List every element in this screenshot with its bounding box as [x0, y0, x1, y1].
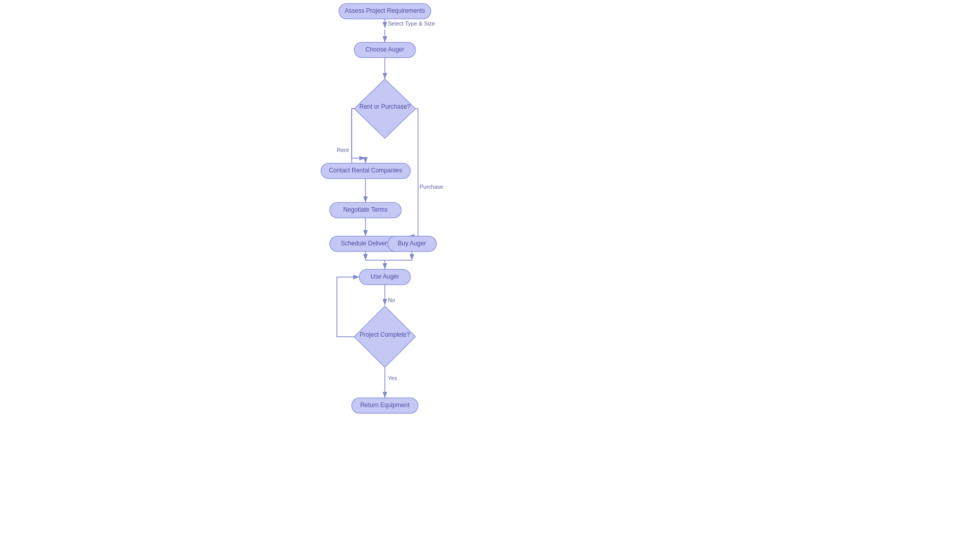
node-contact-rental-label: Contact Rental Companies: [329, 167, 402, 174]
node-use-auger-label: Use Auger: [371, 273, 399, 280]
edge-label-rent: Rent: [337, 147, 349, 153]
edge-label-no: No: [388, 297, 395, 303]
edge-label-purchase: Purchase: [420, 184, 443, 190]
node-schedule-delivery-label: Schedule Delivery: [341, 240, 390, 247]
node-choose-auger-label: Choose Auger: [365, 46, 404, 53]
node-buy-auger-label: Buy Auger: [398, 240, 426, 247]
node-assess-label: Assess Project Requirements: [345, 7, 425, 14]
flowchart-container: Assess Project Requirements Select Type …: [0, 0, 980, 551]
node-return-equipment-label: Return Equipment: [360, 402, 410, 409]
node-rent-or-purchase-label: Rent or Purchase?: [359, 103, 410, 110]
node-negotiate-label: Negotiate Terms: [343, 206, 387, 213]
edge-label-select-type: Select Type & Size: [388, 20, 435, 27]
edge-label-yes: Yes: [388, 375, 397, 381]
node-project-complete-label: Project Complete?: [360, 331, 410, 338]
